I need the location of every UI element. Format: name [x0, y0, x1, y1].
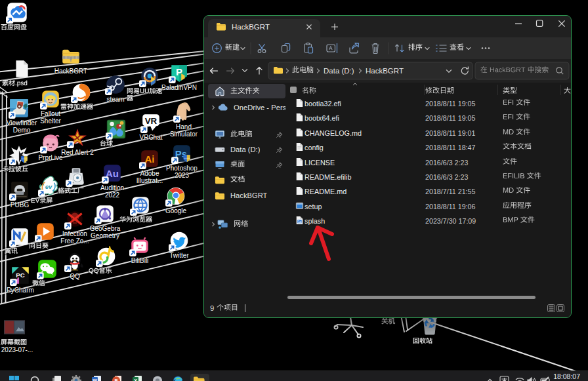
- svg-text:X: X: [134, 378, 137, 381]
- svg-text:ev: ev: [45, 183, 52, 190]
- svg-text:PC: PC: [16, 271, 24, 279]
- svg-text:W: W: [93, 378, 97, 381]
- svg-text:VR: VR: [145, 116, 158, 126]
- svg-text:HackBGRT: HackBGRT: [366, 67, 404, 75]
- svg-text:Ai: Ai: [145, 153, 155, 165]
- svg-text:Data (D:): Data (D:): [324, 67, 354, 75]
- svg-text:P: P: [114, 378, 117, 381]
